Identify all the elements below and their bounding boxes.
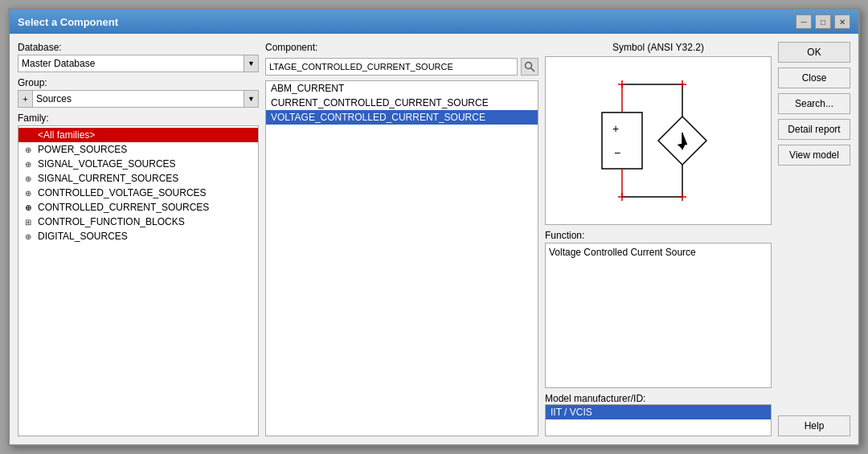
family-item-label: CONTROL_FUNCTION_BLOCKS: [38, 216, 185, 227]
database-input[interactable]: [18, 58, 244, 69]
family-item[interactable]: All<All families>: [18, 128, 258, 142]
manufacturer-label: Model manufacturer/ID:: [545, 393, 772, 404]
family-item-icon: ⊞: [22, 218, 35, 227]
component-search-button[interactable]: [521, 58, 538, 76]
function-box: Voltage Controlled Current Source: [545, 243, 772, 388]
family-item-label: CONTROLLED_CURRENT_SOURCES: [38, 202, 209, 213]
function-area: Function: Voltage Controlled Current Sou…: [545, 230, 772, 388]
group-expand-icon: +: [23, 94, 27, 104]
family-item-label: SIGNAL_CURRENT_SOURCES: [38, 173, 178, 184]
component-item[interactable]: CURRENT_CONTROLLED_CURRENT_SOURCE: [266, 96, 538, 110]
minimize-button[interactable]: ─: [796, 14, 812, 29]
family-item-label: POWER_SOURCES: [38, 144, 127, 155]
maximize-button[interactable]: □: [815, 14, 831, 29]
manufacturer-section: Model manufacturer/ID: IIT / VCIS: [545, 393, 772, 436]
component-list[interactable]: ABM_CURRENTCURRENT_CONTROLLED_CURRENT_SO…: [265, 80, 538, 436]
buttons-panel: OK Close Search... Detail report View mo…: [778, 42, 850, 436]
family-item-label: CONTROLLED_VOLTAGE_SOURCES: [38, 187, 207, 198]
close-button[interactable]: Close: [778, 67, 850, 88]
component-item[interactable]: ABM_CURRENT: [266, 81, 538, 96]
btn-spacer: [778, 170, 850, 411]
family-item[interactable]: ⊕SIGNAL_VOLTAGE_SOURCES: [18, 157, 258, 171]
detail-report-button[interactable]: Detail report: [778, 119, 850, 140]
function-value: Voltage Controlled Current Source: [549, 247, 696, 258]
family-item[interactable]: ⊕DIGITAL_SOURCES: [18, 229, 258, 243]
help-button[interactable]: Help: [778, 415, 850, 436]
title-bar-controls: ─ □ ✕: [796, 14, 850, 29]
dialog-title: Select a Component: [18, 16, 118, 28]
component-label: Component:: [265, 42, 538, 53]
family-item-icon: ⊕: [22, 232, 35, 241]
close-window-button[interactable]: ✕: [834, 14, 850, 29]
family-label: Family:: [18, 112, 259, 124]
family-item-label: <All families>: [38, 129, 95, 141]
family-item-icon: ⊕: [22, 145, 35, 154]
group-group: Group: + Sources ▼: [18, 77, 259, 108]
family-item[interactable]: ⊕POWER_SOURCES: [18, 142, 258, 157]
manufacturer-item[interactable]: IIT / VCIS: [546, 405, 771, 419]
component-search-row: [265, 58, 538, 76]
family-item-icon: ⊕: [22, 174, 35, 183]
database-dropdown-btn[interactable]: ▼: [244, 55, 258, 72]
family-item[interactable]: ⊕SIGNAL_CURRENT_SOURCES: [18, 171, 258, 186]
left-panel: Database: ▼ Group: + Sources ▼: [18, 42, 259, 436]
component-item[interactable]: VOLTAGE_CONTROLLED_CURRENT_SOURCE: [266, 110, 538, 125]
family-list[interactable]: All<All families>⊕POWER_SOURCES⊕SIGNAL_V…: [18, 125, 259, 436]
title-bar: Select a Component ─ □ ✕: [10, 10, 858, 34]
middle-panel: Component: ABM_CURRENTCURRENT_CONTROLLED…: [265, 42, 538, 436]
search-button[interactable]: Search...: [778, 93, 850, 114]
group-dropdown-btn[interactable]: ▼: [244, 91, 258, 107]
family-item-icon: ⊕: [22, 160, 35, 169]
svg-point-0: [526, 63, 532, 69]
component-input[interactable]: [265, 58, 518, 76]
symbol-label: Symbol (ANSI Y32.2): [545, 42, 772, 53]
symbol-svg: + −: [578, 68, 739, 213]
family-item-label: SIGNAL_VOLTAGE_SOURCES: [38, 158, 176, 170]
database-group: Database: ▼: [18, 42, 259, 72]
symbol-box: + −: [545, 56, 772, 225]
svg-text:+: +: [612, 122, 619, 135]
group-value: Sources: [33, 93, 244, 104]
family-item-icon: ⊕: [22, 189, 35, 198]
family-item[interactable]: ⊞CONTROL_FUNCTION_BLOCKS: [18, 215, 258, 229]
search-icon: [524, 61, 535, 72]
family-item-icon: ⊕: [22, 203, 35, 212]
ok-button[interactable]: OK: [778, 42, 850, 63]
manufacturer-list[interactable]: IIT / VCIS: [545, 404, 772, 436]
symbol-area: Symbol (ANSI Y32.2) + −: [545, 42, 772, 225]
group-label: Group:: [18, 77, 259, 88]
dialog-body: Database: ▼ Group: + Sources ▼: [10, 34, 858, 444]
svg-line-1: [531, 68, 535, 72]
family-item[interactable]: ⊕CONTROLLED_CURRENT_SOURCES: [18, 200, 258, 215]
database-combo[interactable]: ▼: [18, 55, 259, 72]
group-expand-btn[interactable]: +: [18, 91, 33, 107]
svg-rect-2: [602, 112, 642, 169]
select-component-dialog: Select a Component ─ □ ✕ Database: ▼ Gro…: [8, 8, 860, 446]
group-combo[interactable]: + Sources ▼: [18, 90, 259, 108]
database-label: Database:: [18, 42, 259, 53]
view-model-button[interactable]: View model: [778, 145, 850, 166]
family-item[interactable]: ⊕CONTROLLED_VOLTAGE_SOURCES: [18, 186, 258, 200]
family-item-icon: All: [22, 131, 35, 140]
family-group: Family: All<All families>⊕POWER_SOURCES⊕…: [18, 112, 259, 436]
family-item-label: DIGITAL_SOURCES: [38, 231, 128, 242]
function-label: Function:: [545, 230, 772, 241]
right-panel: Symbol (ANSI Y32.2) + −: [545, 42, 772, 436]
svg-text:−: −: [614, 146, 620, 159]
